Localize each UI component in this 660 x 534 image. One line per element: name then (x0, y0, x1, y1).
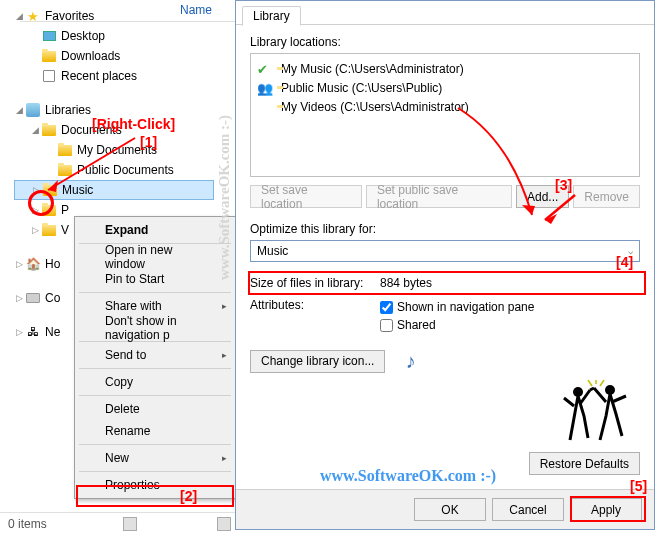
locations-listbox[interactable]: ✔My Music (C:\Users\Administrator) 👥Publ… (250, 53, 640, 177)
music-node[interactable]: ▷Music (14, 180, 214, 200)
ctx-copy[interactable]: Copy (77, 371, 233, 393)
ctx-open-new-window[interactable]: Open in new window (77, 246, 233, 268)
ctx-send-to[interactable]: Send to (77, 344, 233, 366)
folder-icon (41, 122, 57, 138)
dancers-clipart (556, 380, 636, 450)
set-public-save-location-button[interactable]: Set public save location (366, 185, 512, 208)
recent-node[interactable]: Recent places (14, 66, 214, 86)
star-icon: ★ (25, 8, 41, 24)
ctx-delete[interactable]: Delete (77, 398, 233, 420)
computer-icon (25, 290, 41, 306)
cancel-button[interactable]: Cancel (492, 498, 564, 521)
libraries-icon (25, 102, 41, 118)
svg-point-1 (605, 385, 615, 395)
people-icon: 👥 (257, 81, 273, 96)
item-count: 0 items (8, 517, 47, 531)
optimize-label: Optimize this library for: (250, 222, 640, 236)
folder-icon (41, 48, 57, 64)
desktop-icon (41, 28, 57, 44)
shown-in-nav-checkbox[interactable]: Shown in navigation pane (380, 298, 534, 316)
favorites-node[interactable]: ◢★Favorites (14, 6, 214, 26)
ok-button[interactable]: OK (414, 498, 486, 521)
folder-icon (57, 162, 73, 178)
folder-icon (57, 142, 73, 158)
ctx-pin-start[interactable]: Pin to Start (77, 268, 233, 290)
ctx-dont-show-nav[interactable]: Don't show in navigation p (77, 317, 233, 339)
documents-node[interactable]: ◢Documents (14, 120, 214, 140)
dialog-button-row: OK Cancel Apply (236, 489, 654, 529)
remove-button[interactable]: Remove (573, 185, 640, 208)
network-icon: 🖧 (25, 324, 41, 340)
apply-button[interactable]: Apply (570, 498, 642, 521)
ctx-new[interactable]: New (77, 447, 233, 469)
optimize-value: Music (257, 244, 288, 258)
size-label: Size of files in library: (250, 276, 380, 290)
library-properties-dialog: Library Library locations: ✔My Music (C:… (235, 0, 655, 530)
downloads-node[interactable]: Downloads (14, 46, 214, 66)
ctx-expand[interactable]: Expand (77, 219, 233, 241)
svg-point-0 (573, 387, 583, 397)
music-note-icon: ♪ (395, 346, 425, 376)
tab-library[interactable]: Library (242, 6, 301, 26)
change-library-icon-button[interactable]: Change library icon... (250, 350, 385, 373)
svg-line-2 (588, 380, 592, 386)
public-documents-node[interactable]: Public Documents (14, 160, 214, 180)
set-save-location-button[interactable]: Set save location (250, 185, 362, 208)
desktop-node[interactable]: Desktop (14, 26, 214, 46)
location-row[interactable]: My Videos (C:\Users\Administrator) (257, 98, 633, 116)
my-documents-node[interactable]: My Documents (14, 140, 214, 160)
context-menu: Expand Open in new window Pin to Start S… (74, 216, 236, 499)
chevron-down-icon: ⌵ (628, 246, 633, 256)
svg-line-4 (600, 380, 604, 386)
location-row[interactable]: 👥Public Music (C:\Users\Public) (257, 79, 633, 97)
libraries-node[interactable]: ◢Libraries (14, 100, 214, 120)
size-value: 884 bytes (380, 276, 432, 290)
tab-strip: Library (236, 1, 654, 25)
locations-label: Library locations: (250, 35, 640, 49)
view-icon[interactable] (123, 517, 137, 531)
ctx-properties[interactable]: Properties (77, 474, 233, 496)
ctx-rename[interactable]: Rename (77, 420, 233, 442)
recent-icon (41, 68, 57, 84)
view-icon[interactable] (217, 517, 231, 531)
check-icon: ✔ (257, 62, 273, 77)
optimize-combobox[interactable]: Music ⌵ (250, 240, 640, 262)
status-bar: 0 items (0, 512, 235, 534)
shared-checkbox[interactable]: Shared (380, 316, 534, 334)
folder-icon (42, 182, 58, 198)
location-row[interactable]: ✔My Music (C:\Users\Administrator) (257, 60, 633, 78)
attributes-label: Attributes: (250, 298, 380, 312)
homegroup-icon: 🏠 (25, 256, 41, 272)
add-button[interactable]: Add... (516, 185, 569, 208)
folder-icon (41, 202, 57, 218)
folder-icon (41, 222, 57, 238)
restore-defaults-button[interactable]: Restore Defaults (529, 452, 640, 475)
